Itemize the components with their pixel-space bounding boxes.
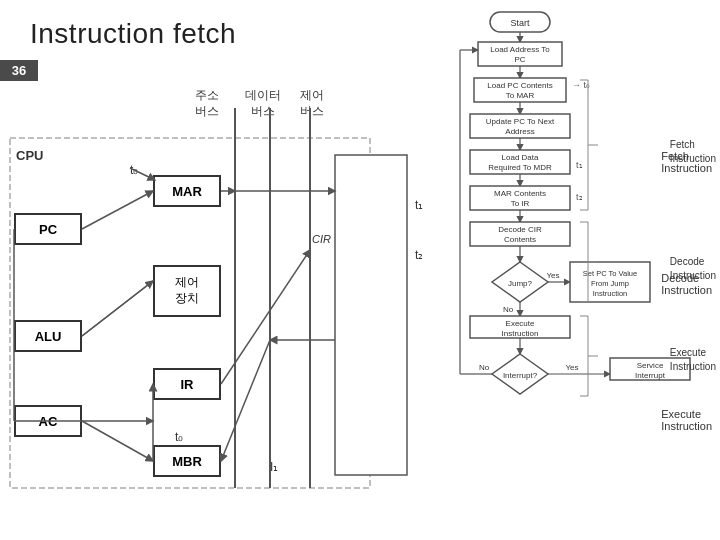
svg-text:Execute: Execute	[506, 319, 535, 328]
svg-text:No: No	[503, 305, 514, 314]
svg-rect-44	[470, 222, 570, 246]
timing-t0-2: t₀	[175, 430, 183, 444]
svg-text:Yes: Yes	[565, 363, 578, 372]
svg-rect-52	[570, 262, 650, 302]
control-bus-label: 제어버스	[300, 88, 324, 119]
slide-number: 36	[0, 60, 38, 81]
svg-text:Jump?: Jump?	[508, 279, 533, 288]
address-bus-label: 주소버스	[195, 88, 219, 119]
svg-rect-4	[335, 155, 407, 475]
svg-text:Instruction: Instruction	[502, 329, 539, 338]
alu-box: ALU	[14, 320, 82, 352]
ac-box: AC	[14, 405, 82, 437]
svg-line-16	[221, 250, 310, 384]
ir-box: IR	[153, 368, 221, 400]
decode-instruction-label: DecodeInstruction	[670, 255, 716, 283]
svg-text:→ t₀: → t₀	[572, 80, 590, 90]
svg-line-5	[82, 191, 153, 229]
data-bus-label: 데이터버스	[245, 88, 281, 119]
svg-text:t₁: t₁	[576, 160, 583, 170]
svg-rect-58	[470, 316, 570, 338]
svg-rect-39	[470, 186, 570, 210]
svg-marker-62	[492, 354, 548, 394]
svg-text:Interrupt?: Interrupt?	[503, 371, 538, 380]
svg-text:Address: Address	[505, 127, 534, 136]
svg-text:No: No	[479, 363, 490, 372]
svg-text:Start: Start	[510, 18, 530, 28]
svg-text:Load Data: Load Data	[502, 153, 539, 162]
svg-rect-30	[470, 114, 570, 138]
svg-text:Load Address To: Load Address To	[490, 45, 550, 54]
svg-text:Contents: Contents	[504, 235, 536, 244]
timing-t2: t₂	[415, 248, 423, 262]
cpu-label: CPU	[16, 148, 43, 163]
cir-label: CIR = IR	[312, 233, 354, 245]
svg-line-14	[82, 281, 153, 336]
svg-line-13	[82, 281, 153, 336]
svg-rect-34	[470, 150, 570, 174]
mar-box: MAR	[153, 175, 221, 207]
svg-marker-48	[492, 262, 548, 302]
execute-instruction-label: ExecuteInstruction	[670, 346, 716, 374]
svg-text:Update PC To Next: Update PC To Next	[486, 117, 555, 126]
svg-text:From Jump: From Jump	[591, 279, 629, 288]
svg-text:To IR: To IR	[511, 199, 530, 208]
svg-text:Service: Service	[637, 361, 664, 370]
svg-text:PC: PC	[514, 55, 525, 64]
svg-line-15	[82, 421, 153, 461]
svg-text:Yes: Yes	[546, 271, 559, 280]
svg-text:Set PC To Value: Set PC To Value	[583, 269, 637, 278]
svg-text:Required To MDR: Required To MDR	[488, 163, 552, 172]
timing-I1: I₁	[270, 460, 278, 474]
timing-t1: t₁	[415, 198, 423, 212]
svg-text:Decode CIR: Decode CIR	[498, 225, 542, 234]
fetch-instruction-label: FetchInstruction	[670, 138, 716, 166]
svg-line-9	[221, 340, 270, 461]
memory-label: 기억장치	[378, 290, 391, 334]
svg-text:Instruction: Instruction	[593, 289, 628, 298]
svg-text:Load PC Contents: Load PC Contents	[487, 81, 552, 90]
svg-text:To MAR: To MAR	[506, 91, 535, 100]
execute-annotation: ExecuteInstruction	[661, 408, 712, 432]
svg-text:t₂: t₂	[576, 192, 583, 202]
svg-rect-25	[474, 78, 566, 102]
svg-text:MAR Contents: MAR Contents	[494, 189, 546, 198]
pc-box: PC	[14, 213, 82, 245]
cu-box: 제어장치	[153, 265, 221, 317]
svg-rect-18	[490, 12, 550, 32]
svg-text:Interrupt: Interrupt	[635, 371, 666, 380]
mbr-box: MBR	[153, 445, 221, 477]
timing-t0-1: t₀	[130, 163, 138, 177]
page-title: Instruction fetch	[30, 18, 236, 50]
svg-rect-21	[478, 42, 562, 66]
